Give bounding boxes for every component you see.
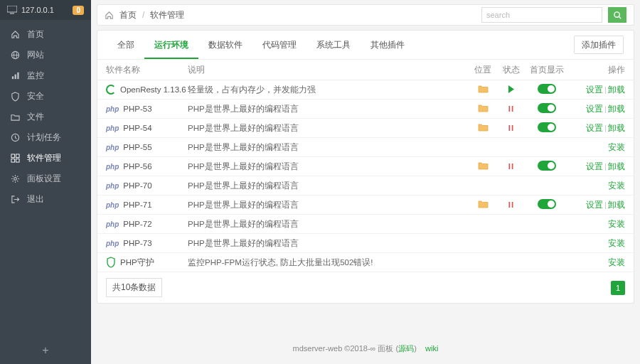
page-number[interactable]: 1	[611, 281, 625, 295]
settings-link[interactable]: 设置	[586, 162, 603, 171]
sidebar-item-label: 安全	[27, 90, 44, 102]
table-row: phpPHP-70PHP是世界上最好的编程语言安装	[97, 176, 634, 196]
settings-link[interactable]: 设置	[586, 200, 603, 209]
install-link[interactable]: 安装	[608, 143, 625, 151]
col-pos: 位置	[469, 65, 497, 75]
search-button[interactable]	[608, 7, 626, 23]
software-desc: PHP是世界上最好的编程语言	[188, 238, 469, 249]
settings-link[interactable]: 设置	[586, 124, 603, 132]
php-icon: php	[106, 201, 119, 209]
sidebar-item-shield[interactable]: 安全	[0, 86, 91, 107]
php-icon: php	[106, 220, 119, 228]
sidebar-item-grid[interactable]: 软件管理	[0, 148, 91, 168]
source-link[interactable]: 源码	[398, 344, 414, 353]
chart-icon	[10, 71, 20, 81]
homepage-toggle[interactable]	[538, 199, 556, 209]
software-name: OpenResty 1.13.6	[120, 85, 186, 94]
uninstall-link[interactable]: 卸载	[608, 162, 625, 171]
table-row: phpPHP-53PHP是世界上最好的编程语言II设置|卸载	[97, 100, 634, 119]
home-icon[interactable]	[105, 11, 114, 20]
homepage-toggle[interactable]	[538, 161, 556, 171]
table-row: PHP守护监控PHP-FPM运行状态, 防止大批量出现502错误!安装	[97, 253, 634, 272]
clock-icon	[10, 133, 20, 143]
table-body: OpenResty 1.13.6轻量级，占有内存少，并发能力强设置|卸载phpP…	[97, 80, 634, 272]
homepage-toggle[interactable]	[538, 122, 556, 132]
sidebar-item-label: 文件	[27, 111, 44, 123]
install-link[interactable]: 安装	[608, 181, 625, 190]
software-name: PHP-73	[123, 239, 151, 247]
server-ip: 127.0.0.1	[7, 5, 54, 15]
software-desc: PHP是世界上最好的编程语言	[188, 123, 469, 134]
folder-icon[interactable]	[478, 200, 489, 208]
sidebar-item-clock[interactable]: 计划任务	[0, 127, 91, 148]
pause-icon[interactable]: II	[508, 200, 514, 209]
folder-icon[interactable]	[478, 161, 489, 170]
sidebar-add[interactable]: +	[0, 337, 91, 364]
svg-point-14	[614, 11, 619, 16]
tab-0[interactable]: 全部	[107, 31, 144, 59]
table-row: phpPHP-55PHP是世界上最好的编程语言安装	[97, 138, 634, 157]
search-input[interactable]	[481, 7, 602, 23]
sidebar-item-gear[interactable]: 面板设置	[0, 168, 91, 189]
pause-icon[interactable]: II	[508, 124, 514, 132]
sidebar-item-home[interactable]: 首页	[0, 24, 91, 45]
tab-4[interactable]: 系统工具	[306, 31, 361, 59]
software-name: PHP-72	[123, 220, 151, 228]
notification-badge[interactable]: 0	[73, 6, 84, 15]
table-row: phpPHP-56PHP是世界上最好的编程语言II设置|卸载	[97, 157, 634, 176]
tab-5[interactable]: 其他插件	[361, 31, 415, 59]
grid-icon	[10, 154, 20, 164]
uninstall-link[interactable]: 卸载	[608, 85, 625, 94]
guard-icon	[106, 257, 116, 268]
uninstall-link[interactable]: 卸载	[608, 200, 625, 209]
breadcrumb-sep: /	[142, 10, 144, 20]
wiki-link[interactable]: wiki	[425, 344, 438, 353]
folder-icon[interactable]	[478, 104, 489, 112]
sidebar-item-label: 网站	[27, 49, 44, 61]
software-name: PHP-71	[123, 200, 151, 209]
homepage-toggle[interactable]	[538, 103, 556, 113]
tab-1[interactable]: 运行环境	[144, 31, 198, 59]
software-desc: 监控PHP-FPM运行状态, 防止大批量出现502错误!	[188, 257, 469, 268]
homepage-toggle[interactable]	[538, 84, 556, 94]
col-ops: 操作	[568, 65, 625, 75]
settings-link[interactable]: 设置	[586, 85, 603, 94]
install-link[interactable]: 安装	[608, 239, 625, 247]
tab-2[interactable]: 数据软件	[198, 31, 252, 59]
svg-rect-12	[16, 159, 19, 162]
sidebar-item-exit[interactable]: 退出	[0, 189, 91, 210]
table-row: phpPHP-73PHP是世界上最好的编程语言安装	[97, 234, 634, 253]
svg-line-15	[619, 16, 621, 18]
uninstall-link[interactable]: 卸载	[608, 124, 625, 132]
col-status: 状态	[497, 65, 526, 75]
exit-icon	[10, 195, 20, 205]
settings-link[interactable]: 设置	[586, 105, 603, 113]
php-icon: php	[106, 144, 119, 151]
software-desc: 轻量级，占有内存少，并发能力强	[188, 85, 469, 95]
sidebar-item-globe[interactable]: 网站	[0, 45, 91, 65]
folder-icon[interactable]	[478, 85, 489, 93]
folder-icon[interactable]	[478, 123, 489, 132]
sidebar-item-folder[interactable]: 文件	[0, 107, 91, 127]
uninstall-link[interactable]: 卸载	[608, 105, 625, 113]
col-name: 软件名称	[106, 65, 188, 75]
sidebar-item-label: 面板设置	[27, 173, 61, 185]
add-plugin-button[interactable]: 添加插件	[574, 36, 624, 54]
sidebar-item-label: 首页	[27, 28, 44, 41]
pause-icon[interactable]: II	[508, 162, 514, 171]
svg-rect-10	[16, 154, 19, 158]
pause-icon[interactable]: II	[508, 105, 514, 113]
sidebar-item-chart[interactable]: 监控	[0, 65, 91, 86]
breadcrumb-home[interactable]: 首页	[119, 9, 137, 21]
svg-rect-0	[7, 6, 17, 12]
play-icon[interactable]	[508, 85, 515, 93]
monitor-icon	[7, 5, 17, 15]
svg-rect-5	[11, 76, 13, 79]
ip-text: 127.0.0.1	[21, 6, 54, 14]
install-link[interactable]: 安装	[608, 220, 625, 228]
php-icon: php	[106, 124, 119, 132]
software-desc: PHP是世界上最好的编程语言	[188, 161, 469, 172]
install-link[interactable]: 安装	[608, 258, 625, 267]
tab-3[interactable]: 代码管理	[252, 31, 306, 59]
home-icon	[10, 30, 20, 40]
